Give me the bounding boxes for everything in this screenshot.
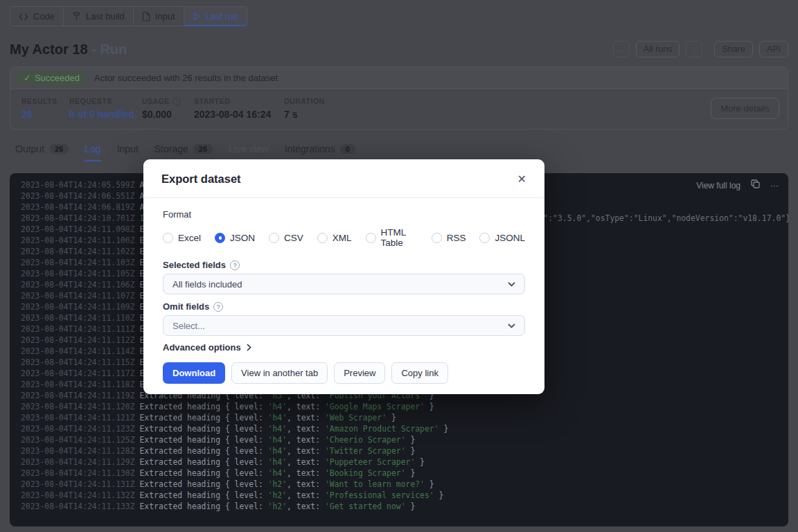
advanced-options-toggle[interactable]: Advanced options bbox=[163, 342, 525, 353]
page-header: My Actor 18 - Run ← All runs → Share API bbox=[10, 41, 788, 57]
file-icon bbox=[142, 12, 150, 21]
status-badge-label: Succeeded bbox=[35, 73, 80, 83]
copy-icon[interactable] bbox=[751, 179, 760, 191]
stat-value: 2023-08-04 16:24 bbox=[194, 109, 284, 120]
preview-button[interactable]: Preview bbox=[334, 362, 385, 384]
radio-unselected-icon[interactable] bbox=[269, 233, 279, 243]
selected-fields-select[interactable]: All fields included bbox=[163, 274, 525, 294]
view-in-another-tab-button[interactable]: View in another tab bbox=[231, 362, 328, 384]
tab-log[interactable]: Log bbox=[85, 143, 100, 161]
format-option-jsonl[interactable]: JSONL bbox=[479, 233, 525, 243]
top-tab-input[interactable]: Input bbox=[133, 6, 184, 26]
tab-output[interactable]: Output26 bbox=[15, 143, 69, 161]
tab-label: Integrations bbox=[285, 143, 335, 154]
hammer-icon bbox=[72, 12, 81, 21]
run-stats: RESULTS26REQUESTS0 of 0 handledUSAGE?$0.… bbox=[10, 89, 788, 129]
check-icon: ✓ bbox=[24, 73, 31, 83]
omit-fields-select[interactable]: Select... bbox=[163, 315, 525, 336]
stat-value: 7 s bbox=[284, 109, 325, 120]
omit-fields-placeholder: Select... bbox=[172, 321, 205, 331]
format-option-xml[interactable]: XML bbox=[317, 233, 352, 243]
top-tab-label: Code bbox=[33, 11, 55, 21]
top-tab-label: Input bbox=[155, 11, 175, 21]
log-line: 2023-08-04T14:24:11.129Z Extracted headi… bbox=[21, 456, 788, 468]
log-line: 2023-08-04T14:24:11.123Z Extracted headi… bbox=[21, 423, 788, 434]
stat-label-text: RESULTS bbox=[21, 97, 57, 105]
format-option-label: HTML Table bbox=[381, 227, 418, 248]
share-button[interactable]: Share bbox=[714, 41, 752, 57]
close-icon[interactable]: ✕ bbox=[517, 174, 526, 185]
stat-usage: USAGE?$0.000 bbox=[142, 97, 194, 120]
stat-started: STARTED2023-08-04 16:24 bbox=[194, 97, 284, 120]
log-line: 2023-08-04T14:24:11.125Z Extracted headi… bbox=[21, 434, 788, 445]
stat-label: USAGE? bbox=[142, 97, 194, 105]
format-option-json[interactable]: JSON bbox=[215, 233, 255, 243]
stat-label-text: DURATION bbox=[284, 97, 325, 105]
next-run-button[interactable]: → bbox=[686, 41, 702, 57]
stat-label-text: USAGE bbox=[142, 97, 170, 105]
selected-fields-label: Selected fields ? bbox=[163, 260, 525, 270]
page-title: My Actor 18 - Run bbox=[10, 42, 127, 57]
omit-fields-label: Omit fields ? bbox=[163, 301, 525, 312]
tab-count-badge: 0 bbox=[340, 144, 355, 154]
log-line: 2023-08-04T14:24:11.131Z Extracted headi… bbox=[21, 479, 788, 490]
status-strip: ✓Succeeded Actor succeeded with 26 resul… bbox=[10, 67, 788, 89]
stat-label-text: REQUESTS bbox=[69, 97, 112, 105]
radio-unselected-icon[interactable] bbox=[432, 233, 442, 243]
download-button[interactable]: Download bbox=[163, 362, 225, 384]
stat-value[interactable]: 0 of 0 handled bbox=[69, 109, 142, 120]
top-tab-label: Last build bbox=[86, 11, 125, 21]
tab-label: Storage bbox=[154, 143, 188, 154]
view-full-log-link[interactable]: View full log bbox=[696, 180, 741, 191]
radio-unselected-icon[interactable] bbox=[163, 233, 173, 243]
all-runs-button[interactable]: All runs bbox=[636, 41, 680, 57]
format-option-html-table[interactable]: HTML Table bbox=[366, 227, 418, 248]
top-tab-bar: CodeLast buildInputLast run bbox=[10, 6, 798, 26]
format-radio-group: ExcelJSONCSVXMLHTML TableRSSJSONL bbox=[163, 227, 525, 248]
run-card: ✓Succeeded Actor succeeded with 26 resul… bbox=[10, 66, 788, 130]
tab-label: Live view bbox=[229, 143, 269, 154]
radio-selected-icon[interactable] bbox=[215, 233, 225, 243]
chevron-down-icon bbox=[508, 282, 515, 287]
log-line: 2023-08-04T14:24:11.128Z Extracted headi… bbox=[21, 445, 788, 456]
radio-unselected-icon[interactable] bbox=[317, 233, 328, 243]
format-option-label: XML bbox=[332, 233, 352, 243]
chevron-right-icon bbox=[247, 344, 251, 351]
modal-header: Export dataset ✕ bbox=[143, 159, 544, 198]
api-button[interactable]: API bbox=[759, 41, 788, 57]
top-tab-last-run[interactable]: Last run bbox=[184, 6, 247, 26]
format-option-csv[interactable]: CSV bbox=[269, 233, 303, 243]
play-icon bbox=[193, 12, 201, 21]
export-dataset-modal: Export dataset ✕ Format ExcelJSONCSVXMLH… bbox=[143, 159, 544, 394]
format-option-label: JSONL bbox=[495, 233, 525, 243]
stat-label: REQUESTS bbox=[69, 97, 142, 105]
chevron-down-icon bbox=[508, 323, 515, 328]
copy-link-button[interactable]: Copy link bbox=[391, 362, 447, 384]
log-line: 2023-08-04T14:24:11.132Z Extracted headi… bbox=[21, 490, 788, 501]
help-icon[interactable]: ? bbox=[172, 97, 181, 105]
status-message: Actor succeeded with 26 results in the d… bbox=[94, 73, 278, 83]
top-tab-code[interactable]: Code bbox=[10, 6, 64, 26]
radio-unselected-icon[interactable] bbox=[479, 233, 490, 243]
stat-requests: REQUESTS0 of 0 handled bbox=[69, 97, 142, 120]
format-option-excel[interactable]: Excel bbox=[163, 233, 201, 243]
stat-label: STARTED bbox=[194, 97, 284, 105]
help-icon[interactable]: ? bbox=[213, 302, 223, 312]
top-tab-last-build[interactable]: Last build bbox=[63, 6, 134, 26]
tab-input[interactable]: Input bbox=[117, 143, 139, 161]
help-icon[interactable]: ? bbox=[230, 260, 240, 270]
stat-value[interactable]: 26 bbox=[21, 109, 69, 120]
selected-fields-value: All fields included bbox=[172, 279, 242, 290]
log-line: 2023-08-04T14:24:11.121Z Extracted headi… bbox=[21, 412, 788, 423]
format-option-rss[interactable]: RSS bbox=[432, 233, 466, 243]
stat-results: RESULTS26 bbox=[21, 97, 69, 120]
format-option-label: RSS bbox=[447, 233, 466, 243]
log-line: 2023-08-04T14:24:11.120Z Extracted headi… bbox=[21, 401, 788, 412]
previous-run-button[interactable]: ← bbox=[613, 41, 630, 57]
actor-name: My Actor 18 bbox=[10, 42, 88, 57]
radio-unselected-icon[interactable] bbox=[366, 233, 376, 243]
tab-count-badge: 26 bbox=[49, 144, 69, 154]
log-menu-icon[interactable]: ··· bbox=[770, 180, 779, 191]
more-details-button[interactable]: More details bbox=[711, 98, 779, 119]
top-tab-label: Last run bbox=[206, 11, 238, 21]
